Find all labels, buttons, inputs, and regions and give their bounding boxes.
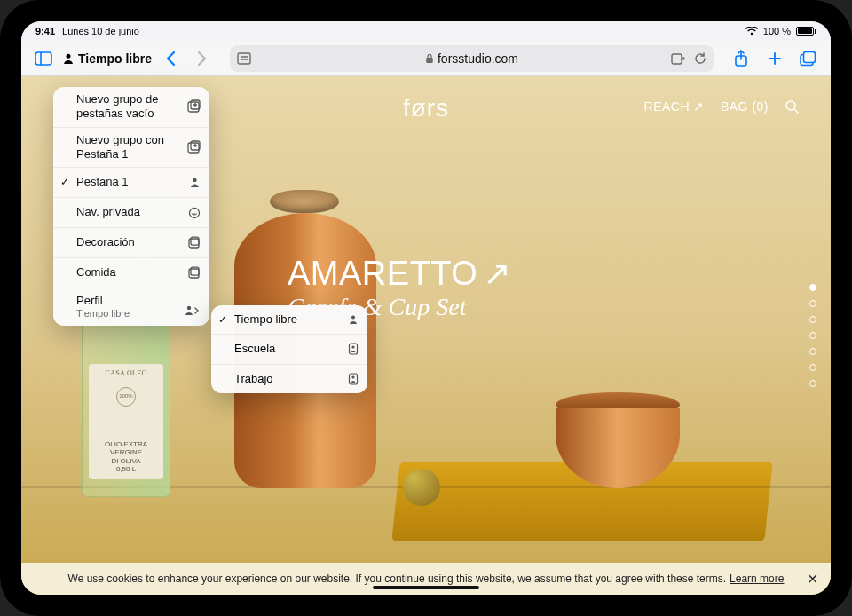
- menu-new-empty-group[interactable]: Nuevo grupo de pestañas vacío: [53, 87, 209, 128]
- private-icon: [188, 207, 201, 219]
- menu-item-label: Nav. privada: [76, 205, 140, 219]
- svg-point-23: [193, 178, 196, 182]
- site-nav: REACH ↗ BAG (0): [644, 99, 799, 114]
- hero-title[interactable]: AMARETTO: [288, 255, 477, 293]
- profile-option-label: Tiempo libre: [234, 312, 297, 327]
- menu-profile-row[interactable]: Perfil Tiempo libre: [53, 288, 209, 326]
- menu-item-label: Nuevo grupo de pestañas vacío: [76, 92, 183, 122]
- home-indicator[interactable]: [373, 586, 479, 589]
- close-icon[interactable]: ✕: [807, 571, 818, 588]
- tab-group-icon: [187, 236, 201, 249]
- tab-group-icon: [187, 266, 201, 280]
- menu-item-label: Perfil: [76, 294, 103, 308]
- profile-submenu: ✓ Tiempo libre Escuela Trabajo: [211, 305, 367, 393]
- cookie-text: We use cookies to enhance your experienc…: [68, 573, 727, 585]
- check-icon: ✓: [60, 176, 69, 189]
- fruit-graphic: [403, 469, 440, 506]
- svg-rect-15: [188, 102, 199, 112]
- bottle-text-2: VERGINE: [110, 448, 142, 457]
- svg-point-2: [67, 53, 71, 58]
- svg-point-29: [187, 306, 191, 310]
- menu-profile-current: Tiempo libre: [76, 308, 130, 320]
- profile-pill[interactable]: Tiempo libre: [62, 51, 152, 66]
- new-tab-button[interactable]: [761, 45, 788, 72]
- svg-point-32: [351, 346, 354, 349]
- svg-point-24: [190, 208, 200, 217]
- person-chevron-icon: [185, 304, 201, 317]
- menu-group-comida[interactable]: Comida: [53, 258, 209, 288]
- status-bar: 9:41 Lunes 10 de junio 100 %: [21, 21, 831, 41]
- sidebar-toggle-button[interactable]: [30, 45, 57, 72]
- svg-point-30: [351, 316, 355, 320]
- bottle-text-4: 0,50 L: [116, 465, 136, 474]
- site-logo[interactable]: førs: [403, 94, 449, 122]
- profile-option-label: Trabajo: [234, 372, 273, 386]
- back-button[interactable]: [157, 45, 184, 72]
- status-time: 9:41: [36, 26, 55, 36]
- menu-item-label: Pestaña 1: [76, 175, 129, 189]
- svg-rect-3: [238, 53, 250, 64]
- page-settings-icon[interactable]: [237, 52, 251, 65]
- address-url: forsstudio.com: [438, 51, 518, 66]
- reload-icon[interactable]: [694, 52, 706, 65]
- cookie-learn-more[interactable]: Learn more: [730, 573, 784, 585]
- svg-rect-31: [350, 344, 358, 354]
- svg-point-34: [351, 375, 354, 378]
- svg-rect-6: [426, 58, 433, 63]
- profile-pill-label: Tiempo libre: [78, 51, 152, 66]
- tab-group-new-icon: [186, 99, 201, 114]
- person-icon: [189, 177, 201, 188]
- profile-option-label: Escuela: [234, 342, 275, 356]
- ipad-frame: 9:41 Lunes 10 de junio 100 % Tiempo libr…: [0, 0, 852, 616]
- bottle-text-1: OLIO EXTRA: [105, 440, 147, 449]
- bottle-label: CASA OLEO 100% OLIO EXTRA VERGINE DI OLI…: [89, 364, 163, 479]
- menu-private[interactable]: Nav. privada: [53, 198, 209, 228]
- screen: 9:41 Lunes 10 de junio 100 % Tiempo libr…: [21, 21, 831, 595]
- check-icon: ✓: [218, 313, 227, 327]
- carousel-dot[interactable]: [809, 332, 816, 339]
- carousel-dot[interactable]: [809, 348, 816, 355]
- person-icon: [348, 314, 359, 325]
- menu-item-label: Comida: [76, 265, 116, 280]
- svg-rect-7: [672, 54, 682, 64]
- wifi-icon: [746, 27, 758, 36]
- nav-bag[interactable]: BAG (0): [721, 99, 769, 114]
- svg-rect-0: [36, 52, 51, 65]
- bottle-text-3: DI OLIVA: [111, 457, 140, 466]
- safari-toolbar: Tiempo libre forsstudio.com: [21, 41, 831, 76]
- menu-tab-1[interactable]: ✓ Pestaña 1: [53, 168, 209, 198]
- svg-rect-19: [188, 143, 199, 153]
- arrow-icon: ↗: [483, 254, 512, 293]
- lock-icon: [425, 53, 434, 64]
- battery-icon: [796, 27, 816, 36]
- profile-trabajo[interactable]: Trabajo: [211, 365, 367, 393]
- person-badge-icon: [348, 343, 359, 355]
- svg-rect-33: [350, 374, 358, 384]
- menu-new-group-with-tab[interactable]: Nuevo grupo con Pestaña 1: [53, 128, 209, 169]
- tabs-overview-button[interactable]: [795, 45, 822, 72]
- menu-item-label: Decoración: [76, 235, 135, 249]
- svg-line-14: [794, 109, 798, 113]
- nav-reach[interactable]: REACH ↗: [644, 99, 705, 114]
- menu-group-decoracion[interactable]: Decoración: [53, 228, 209, 258]
- carousel-dot[interactable]: [809, 300, 816, 307]
- tab-group-new-icon: [186, 140, 201, 154]
- carousel-dot[interactable]: [809, 284, 816, 291]
- search-icon[interactable]: [785, 99, 799, 114]
- profile-escuela[interactable]: Escuela: [211, 335, 367, 364]
- carousel-dot[interactable]: [809, 316, 816, 323]
- tab-groups-menu: Nuevo grupo de pestañas vacío Nuevo grup…: [53, 87, 209, 326]
- person-badge-icon: [348, 373, 359, 385]
- address-bar[interactable]: forsstudio.com: [230, 45, 714, 72]
- cookie-banner: We use cookies to enhance your experienc…: [21, 563, 831, 595]
- profile-tiempo-libre[interactable]: ✓ Tiempo libre: [211, 305, 367, 335]
- battery-percent: 100 %: [763, 26, 791, 36]
- carousel-dot[interactable]: [809, 380, 816, 387]
- carousel-dot[interactable]: [809, 364, 816, 371]
- extensions-icon[interactable]: [671, 52, 685, 65]
- svg-rect-12: [804, 51, 816, 62]
- forward-button[interactable]: [189, 45, 216, 72]
- share-button[interactable]: [728, 45, 754, 72]
- status-date: Lunes 10 de junio: [62, 26, 139, 36]
- carafe-lid: [270, 190, 339, 213]
